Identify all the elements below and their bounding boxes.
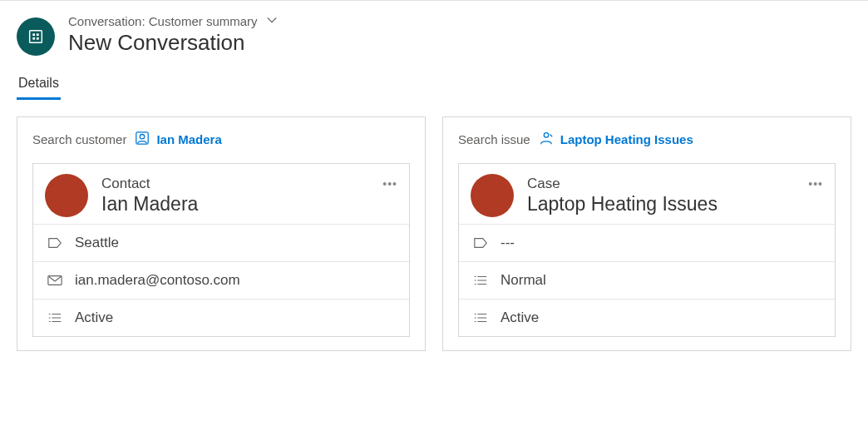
tabs: Details — [0, 71, 868, 100]
svg-point-6 — [141, 135, 145, 139]
list-icon — [472, 310, 489, 325]
conversation-entity-icon — [17, 17, 55, 56]
chevron-down-icon — [266, 14, 278, 28]
page-title: New Conversation — [68, 30, 278, 56]
panels: Search customer Ian Madera Contact Ian M… — [0, 100, 868, 351]
case-avatar — [471, 174, 514, 217]
contact-email-value: ian.madera@contoso.com — [75, 272, 240, 289]
svg-rect-3 — [32, 37, 35, 40]
issue-panel: Search issue Laptop Heating Issues Case … — [442, 116, 851, 351]
contact-card-type: Contact — [101, 176, 198, 192]
contact-avatar — [45, 174, 88, 217]
contact-card: Contact Ian Madera ••• Seattle ian.mader… — [32, 163, 410, 337]
svg-rect-2 — [37, 33, 39, 36]
case-location-value: --- — [501, 235, 515, 251]
svg-rect-4 — [37, 37, 39, 40]
customer-search-label: Search customer — [32, 132, 126, 146]
case-card: Case Laptop Heating Issues ••• --- Norma… — [458, 163, 836, 337]
case-status-value: Active — [501, 310, 539, 326]
contact-location-row: Seattle — [33, 224, 409, 261]
issue-search-label: Search issue — [458, 132, 530, 146]
issue-link[interactable]: Laptop Heating Issues — [539, 131, 693, 148]
customer-link[interactable]: Ian Madera — [135, 131, 221, 148]
svg-rect-1 — [32, 33, 35, 36]
issue-link-text: Laptop Heating Issues — [560, 132, 693, 146]
case-card-type: Case — [527, 176, 718, 192]
page-header: Conversation: Customer summary New Conve… — [0, 1, 868, 71]
tab-details[interactable]: Details — [17, 71, 61, 100]
list-icon — [472, 273, 489, 288]
svg-rect-0 — [30, 31, 42, 43]
issue-search-row: Search issue Laptop Heating Issues — [458, 131, 836, 148]
mail-icon — [47, 273, 63, 288]
case-status-row: Active — [459, 299, 835, 336]
case-icon — [539, 131, 554, 148]
contact-status-value: Active — [75, 310, 113, 326]
case-card-more-button[interactable]: ••• — [808, 177, 823, 191]
case-priority-row: Normal — [459, 261, 835, 299]
case-priority-value: Normal — [501, 272, 546, 289]
svg-point-8 — [544, 133, 548, 137]
case-location-row: --- — [459, 224, 835, 261]
breadcrumb[interactable]: Conversation: Customer summary — [68, 14, 278, 28]
case-card-header: Case Laptop Heating Issues ••• — [459, 164, 835, 224]
contact-card-more-button[interactable]: ••• — [382, 177, 397, 191]
contact-card-title: Ian Madera — [101, 193, 198, 215]
customer-search-row: Search customer Ian Madera — [32, 131, 410, 148]
contact-location-value: Seattle — [75, 235, 119, 251]
header-text: Conversation: Customer summary New Conve… — [68, 14, 278, 56]
breadcrumb-label: Conversation: Customer summary — [68, 14, 258, 28]
tag-icon — [472, 235, 489, 250]
case-card-title: Laptop Heating Issues — [527, 193, 718, 215]
contact-status-row: Active — [33, 299, 409, 336]
contact-card-header: Contact Ian Madera ••• — [33, 164, 409, 224]
customer-panel: Search customer Ian Madera Contact Ian M… — [17, 116, 426, 351]
contact-email-row: ian.madera@contoso.com — [33, 261, 409, 299]
tag-icon — [47, 235, 63, 250]
list-icon — [47, 310, 63, 325]
customer-link-text: Ian Madera — [156, 132, 221, 146]
contact-icon — [135, 131, 150, 148]
